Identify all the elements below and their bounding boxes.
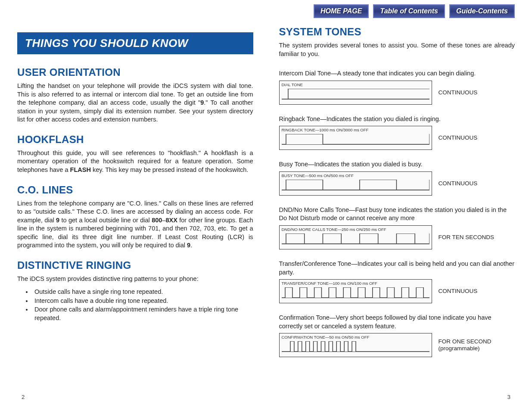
tone-diagram: CONFIRMATION TONE—50 ms ON/50 ms OFF	[279, 333, 432, 357]
heading-distinctive-ringing: DISTINCTIVE RINGING	[17, 259, 253, 271]
tone-label: DIAL TONE	[282, 82, 429, 87]
tone-label: DND/NO MORE CALLS TONE—250 ms ON/250 ms …	[282, 227, 429, 232]
tone-row-confirm: CONFIRMATION TONE—50 ms ON/50 ms OFF FOR…	[279, 333, 515, 357]
tone-status: CONTINUOUS	[439, 134, 478, 141]
heading-user-orientation: USER ORIENTATION	[17, 66, 253, 78]
list-item: Outside calls have a single ring tone re…	[32, 287, 253, 296]
tone-row-busy: BUSY TONE—500 ms ON/500 ms OFF CONTINUOU…	[279, 171, 515, 196]
tone-diagram: RINGBACK TONE—1000 ms ON/3000 ms OFF	[279, 126, 432, 150]
tone-label: CONFIRMATION TONE—50 ms ON/50 ms OFF	[282, 335, 429, 339]
tone-status: CONTINUOUS	[439, 288, 478, 295]
text-distinctive-intro: The iDCS system provides distinctive rin…	[17, 275, 253, 283]
tone-status: FOR TEN SECONDS	[439, 234, 495, 241]
tone-diagram: TRANSFER/CONF TONE—100 ms ON/100 ms OFF	[279, 279, 432, 303]
tone-row-ringback: RINGBACK TONE—1000 ms ON/3000 ms OFF CON…	[279, 126, 515, 150]
tone-desc: Transfer/Conference Tone—Indicates your …	[279, 260, 515, 277]
list-item: Door phone calls and alarm/appointment r…	[32, 305, 253, 323]
list-item: Intercom calls have a double ring tone r…	[32, 296, 253, 305]
tone-desc: Busy Tone—Indicates the station you dial…	[279, 160, 515, 169]
heading-hookflash: HOOKFLASH	[17, 134, 253, 146]
nav-buttons: HOME PAGE Table of Contents Guide-Conten…	[279, 4, 515, 18]
tone-desc: DND/No More Calls Tone—Fast busy tone in…	[279, 206, 515, 223]
tone-label: TRANSFER/CONF TONE—100 ms ON/100 ms OFF	[282, 281, 429, 286]
text-user-orientation: Lifting the handset on your telephone wi…	[17, 82, 253, 124]
text-co-lines: Lines from the telephone company are "C.…	[17, 199, 253, 250]
heading-system-tones: SYSTEM TONES	[279, 26, 515, 38]
tone-diagram: DND/NO MORE CALLS TONE—250 ms ON/250 ms …	[279, 225, 432, 249]
tone-status: FOR ONE SECOND (programmable)	[439, 338, 503, 352]
tone-desc: Intercom Dial Tone—A steady tone that in…	[279, 69, 515, 78]
table-of-contents-button[interactable]: Table of Contents	[373, 4, 445, 18]
guide-contents-button[interactable]: Guide-Contents	[449, 4, 515, 18]
tone-row-dial: DIAL TONE CONTINUOUS	[279, 81, 515, 105]
tone-status: CONTINUOUS	[439, 180, 478, 187]
text-hookflash: Throughout this guide, you will see refe…	[17, 149, 253, 174]
tone-row-transfer: TRANSFER/CONF TONE—100 ms ON/100 ms OFF …	[279, 279, 515, 303]
heading-co-lines: C.O. LINES	[17, 184, 253, 196]
right-column: HOME PAGE Table of Contents Guide-Conten…	[266, 4, 515, 398]
tone-desc: Confirmation Tone—Very short beeps follo…	[279, 314, 515, 330]
tone-diagram: DIAL TONE	[279, 81, 432, 105]
text-system-tones-intro: The system provides several tones to ass…	[279, 41, 515, 58]
page-banner: THINGS YOU SHOULD KNOW	[17, 32, 253, 54]
page-number-left: 2	[22, 394, 25, 400]
left-column: THINGS YOU SHOULD KNOW USER ORIENTATION …	[17, 4, 266, 398]
tone-label: RINGBACK TONE—1000 ms ON/3000 ms OFF	[282, 128, 429, 132]
tone-row-dnd: DND/NO MORE CALLS TONE—250 ms ON/250 ms …	[279, 225, 515, 249]
tone-diagram: BUSY TONE—500 ms ON/500 ms OFF	[279, 171, 432, 196]
tone-label: BUSY TONE—500 ms ON/500 ms OFF	[282, 173, 429, 178]
tone-desc: Ringback Tone—Indicates the station you …	[279, 115, 515, 124]
page-number-right: 3	[507, 394, 510, 400]
distinctive-bullets: Outside calls have a single ring tone re…	[17, 287, 253, 322]
tone-status: CONTINUOUS	[439, 89, 478, 96]
home-page-button[interactable]: HOME PAGE	[314, 4, 369, 18]
